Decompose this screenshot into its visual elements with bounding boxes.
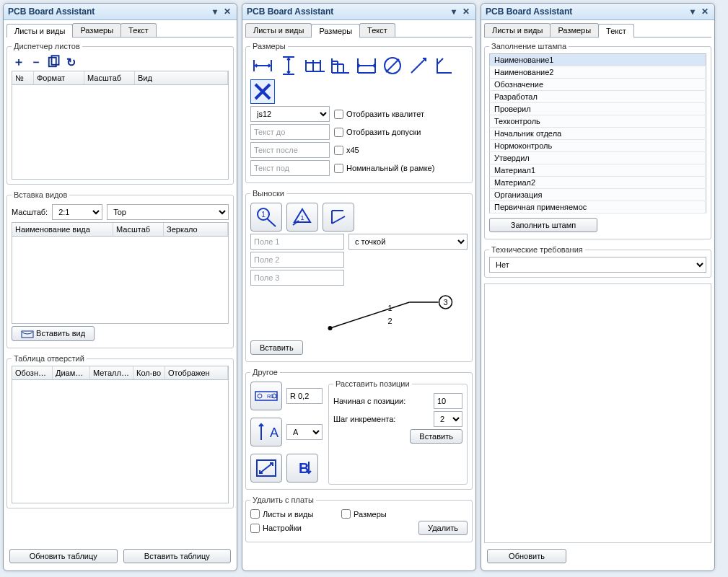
col-disp[interactable]: Отображен (165, 366, 228, 379)
scale-select[interactable]: 2:1 (52, 204, 102, 220)
stamp-row[interactable]: Техконтроль (490, 115, 706, 128)
dim-baseline-icon[interactable] (328, 53, 353, 78)
tech-req-select[interactable]: Нет (489, 257, 706, 273)
fill-stamp-button[interactable]: Заполнить штамп (489, 218, 597, 232)
height-mark-icon[interactable]: A (250, 418, 282, 446)
stamp-row-value[interactable] (600, 177, 706, 189)
x45-checkbox[interactable]: x45 (334, 146, 359, 155)
dropdown-icon[interactable]: ▾ (688, 6, 698, 17)
insert-view-button[interactable]: Вставить вид (12, 326, 95, 341)
stamp-row[interactable]: Начальник отдела (490, 128, 706, 140)
copy-icon[interactable] (46, 55, 61, 69)
show-qualitet-checkbox[interactable]: Отобразить квалитет (334, 110, 424, 119)
step-select[interactable]: 2 (434, 411, 462, 427)
insert-table-button[interactable]: Вставить таблицу (123, 549, 232, 563)
dim-linear-v-icon[interactable] (276, 53, 301, 78)
stamp-row[interactable]: Организация (490, 189, 706, 201)
col-view-scale[interactable]: Масштаб (113, 223, 164, 236)
stamp-row[interactable]: Нормоконтроль (490, 140, 706, 152)
tab-text[interactable]: Текст (120, 23, 157, 37)
sheet-grid-body[interactable] (12, 85, 229, 180)
delete-button[interactable]: Удалить (418, 521, 468, 535)
place-insert-button[interactable]: Вставить (410, 429, 462, 444)
stamp-row[interactable]: Наименование1 (490, 54, 706, 66)
orient-select[interactable]: Top (107, 204, 229, 220)
col-view-name[interactable]: Наименование вида (12, 223, 113, 236)
dim-diameter-icon[interactable] (380, 53, 405, 78)
r02-input[interactable] (286, 388, 323, 404)
stamp-row[interactable]: Первичная применяемос (490, 201, 706, 213)
stamp-row-value[interactable] (600, 189, 706, 201)
show-tolerance-checkbox[interactable]: Отобразить допуски (334, 128, 421, 137)
del-dims-checkbox[interactable]: Размеры (341, 509, 387, 519)
stamp-row[interactable]: Разработал (490, 91, 706, 103)
stamp-row-value[interactable] (600, 91, 706, 103)
leader-balloon-icon[interactable]: 1 (250, 203, 282, 232)
stamp-row-value[interactable] (600, 115, 706, 128)
titlebar[interactable]: PCB Board Assistant ▾ ✕ (4, 4, 237, 20)
del-sheets-checkbox[interactable]: Листы и виды (250, 509, 337, 519)
refresh-table-button[interactable]: Обновить таблицу (9, 549, 118, 563)
tab-dims[interactable]: Размеры (311, 24, 360, 38)
stamp-row-value[interactable] (600, 54, 706, 66)
tab-sheets[interactable]: Листы и виды (245, 23, 312, 37)
stamp-row-value[interactable] (600, 128, 706, 140)
close-icon[interactable]: ✕ (222, 6, 232, 17)
b-down-icon[interactable]: B (286, 454, 318, 483)
letter-select[interactable]: A (286, 424, 323, 440)
stamp-row[interactable]: Утвердил (490, 152, 706, 164)
field3-input[interactable] (250, 270, 344, 286)
col-n[interactable]: № (12, 71, 34, 84)
remove-icon[interactable]: － (29, 55, 43, 69)
tab-dims[interactable]: Размеры (550, 23, 599, 37)
dim-chamfer-icon[interactable] (432, 53, 457, 78)
col-qty[interactable]: Кол-во (133, 366, 165, 379)
col-fmt[interactable]: Формат (34, 71, 84, 84)
dim-delete-icon[interactable] (250, 79, 275, 104)
stamp-row-value[interactable] (600, 164, 706, 177)
add-icon[interactable]: ＋ (12, 55, 26, 69)
dim-linear-h-icon[interactable] (250, 53, 275, 78)
stamp-row[interactable]: Наименование2 (490, 66, 706, 79)
titlebar[interactable]: PCB Board Assistant ▾ ✕ (481, 4, 714, 20)
close-icon[interactable]: ✕ (700, 6, 710, 17)
dropdown-icon[interactable]: ▾ (449, 6, 459, 17)
text-under-input[interactable] (250, 160, 330, 176)
tab-sheets[interactable]: Листы и виды (6, 24, 73, 38)
stamp-row-value[interactable] (600, 140, 706, 152)
refresh-icon[interactable]: ↻ (63, 55, 78, 69)
views-grid-body[interactable] (12, 237, 229, 324)
text-before-input[interactable] (250, 124, 330, 140)
field1-input[interactable] (250, 234, 344, 250)
nominal-checkbox[interactable]: Номинальный (в рамке) (334, 164, 434, 173)
stamp-row[interactable]: Материал1 (490, 164, 706, 177)
stamp-row-value[interactable] (600, 103, 706, 115)
titlebar[interactable]: PCB Board Assistant ▾ ✕ (242, 4, 475, 20)
dim-chain-icon[interactable] (302, 53, 327, 78)
field2-input[interactable] (250, 252, 344, 268)
stamp-row[interactable]: Материал2 (490, 177, 706, 189)
tab-sheets[interactable]: Листы и виды (484, 23, 551, 37)
leader-style-select[interactable]: с точкой (348, 234, 468, 250)
stamp-row-value[interactable] (600, 79, 706, 91)
stamp-row-value[interactable] (600, 201, 706, 213)
stamp-row[interactable]: Проверил (490, 103, 706, 115)
stamp-row-value[interactable] (600, 152, 706, 164)
arrow-diag-icon[interactable] (250, 454, 282, 483)
col-scale[interactable]: Масштаб (84, 71, 135, 84)
leader-triangle-icon[interactable]: 1 (286, 203, 318, 232)
insert-leader-button[interactable]: Вставить (250, 340, 303, 355)
dim-radius-icon[interactable] (406, 53, 431, 78)
tolerance-frame-icon[interactable]: R0.2 (250, 382, 282, 410)
close-icon[interactable]: ✕ (461, 6, 471, 17)
tab-dims[interactable]: Размеры (72, 23, 121, 37)
start-pos-input[interactable] (434, 393, 462, 409)
stamp-row-value[interactable] (600, 66, 706, 79)
col-met[interactable]: Металлиза (90, 366, 133, 379)
text-after-input[interactable] (250, 142, 330, 158)
qualitet-select[interactable]: js12 (250, 106, 330, 122)
stamp-row[interactable]: Обозначение (490, 79, 706, 91)
tech-req-textarea[interactable] (484, 283, 711, 543)
holes-grid-body[interactable] (12, 380, 229, 503)
col-view-mirror[interactable]: Зеркало (164, 223, 228, 236)
